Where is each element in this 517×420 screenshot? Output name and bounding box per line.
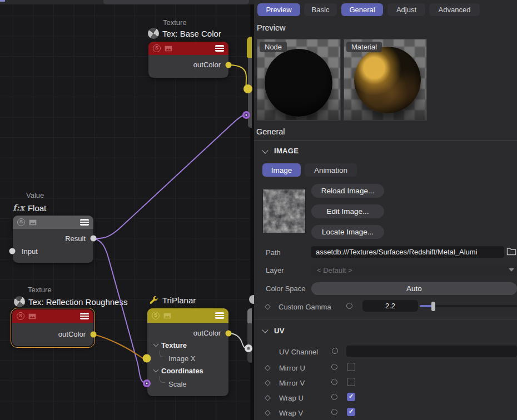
- uv-section-header[interactable]: UV: [274, 327, 285, 335]
- general-heading: General: [256, 127, 285, 136]
- wrap-v-checkbox[interactable]: [347, 408, 355, 416]
- path-input[interactable]: assetdb:///Textures/Surfaces/Redshift/Me…: [311, 246, 504, 258]
- mirror-v-checkbox[interactable]: [347, 378, 355, 386]
- image-section-header[interactable]: IMAGE: [274, 147, 299, 155]
- wire-roughness-to-triplanar-imagex: [93, 334, 147, 358]
- port-ring-icon[interactable]: [331, 409, 337, 415]
- uv-channel-input[interactable]: [346, 346, 517, 357]
- port-triplanar-imagex[interactable]: [143, 354, 151, 363]
- custom-gamma-label: Custom Gamma: [279, 303, 331, 311]
- chevron-down-icon[interactable]: [262, 147, 268, 153]
- port-ring-icon[interactable]: [346, 303, 352, 309]
- edit-image-button[interactable]: Edit Image...: [311, 204, 384, 218]
- port-ring-icon[interactable]: [332, 348, 338, 354]
- keyframe-diamond-icon[interactable]: ◇: [265, 363, 271, 371]
- port-float-input[interactable]: [9, 248, 16, 254]
- custom-gamma-input[interactable]: 2.2: [362, 300, 418, 312]
- tab-general[interactable]: General: [341, 3, 383, 16]
- material-preview-image: Material: [344, 39, 427, 121]
- keyframe-diamond-icon[interactable]: ◇: [265, 393, 271, 401]
- tab-basic[interactable]: Basic: [304, 3, 337, 16]
- material-preview-label: Material: [346, 42, 382, 52]
- node-graph-canvas[interactable]: Texture Tex: Base Color S outColor Value…: [0, 0, 254, 420]
- reload-image-button[interactable]: Reload Image...: [311, 184, 384, 198]
- node-preview-image: Node: [257, 39, 341, 121]
- node-preview-label: Node: [260, 42, 287, 52]
- port-ring-icon[interactable]: [331, 394, 337, 400]
- keyframe-diamond-icon[interactable]: ◇: [265, 378, 271, 386]
- port-edge-white[interactable]: [245, 344, 252, 352]
- mirror-u-label: Mirror U: [279, 364, 305, 372]
- slider-fill: [420, 305, 433, 307]
- port-ring-icon[interactable]: [331, 379, 337, 385]
- material-node-editor: Texture Tex: Base Color S outColor Value…: [0, 0, 517, 420]
- port-ring-icon[interactable]: [331, 364, 337, 370]
- wire-float-to-edge: [93, 115, 246, 238]
- port-edge-yellow[interactable]: [243, 84, 252, 93]
- locate-image-button[interactable]: Locate Image...: [311, 225, 384, 239]
- wrap-u-label: Wrap U: [279, 394, 304, 402]
- texture-thumbnail: [262, 189, 306, 233]
- attributes-panel: Preview Basic General Adjust Advanced Pr…: [254, 0, 517, 420]
- port-triplanar-outcolor[interactable]: [226, 331, 232, 337]
- slider-handle[interactable]: [431, 302, 435, 311]
- layer-label: Layer: [266, 266, 284, 274]
- tab-adjust[interactable]: Adjust: [387, 3, 425, 16]
- keyframe-diamond-icon[interactable]: ◇: [265, 302, 271, 310]
- port-float-result[interactable]: [91, 236, 97, 242]
- port-basecolor-outcolor[interactable]: [226, 62, 232, 68]
- tab-preview[interactable]: Preview: [257, 3, 300, 16]
- keyframe-diamond-icon[interactable]: ◇: [265, 408, 271, 416]
- uv-channel-label: UV Channel: [279, 348, 318, 356]
- browse-folder-icon[interactable]: [506, 247, 516, 256]
- color-space-label: Color Space: [266, 284, 306, 293]
- wire-layer: [0, 0, 254, 420]
- dropdown-arrow-icon[interactable]: [509, 268, 514, 272]
- wrap-u-checkbox[interactable]: [347, 393, 355, 401]
- wrap-v-label: Wrap V: [279, 409, 303, 417]
- color-space-select[interactable]: Auto: [311, 282, 517, 295]
- tab-animation[interactable]: Animation: [305, 163, 357, 177]
- tab-image[interactable]: Image: [262, 163, 301, 177]
- path-label: Path: [266, 248, 281, 257]
- tab-advanced[interactable]: Advanced: [429, 3, 480, 16]
- divider: [254, 319, 517, 319]
- preview-heading: Preview: [257, 23, 286, 32]
- divider: [254, 140, 517, 141]
- port-edge-purple[interactable]: [242, 111, 250, 119]
- mirror-u-checkbox[interactable]: [347, 363, 355, 371]
- port-roughness-outcolor[interactable]: [91, 332, 97, 338]
- chevron-down-icon[interactable]: [262, 327, 268, 333]
- port-triplanar-scale[interactable]: [143, 379, 151, 387]
- wire-basecolor-to-edge: [228, 65, 248, 89]
- layer-dropdown[interactable]: < Default >: [311, 264, 517, 276]
- wire-float-to-triplanar-scale: [93, 238, 147, 383]
- mirror-v-label: Mirror V: [279, 379, 305, 387]
